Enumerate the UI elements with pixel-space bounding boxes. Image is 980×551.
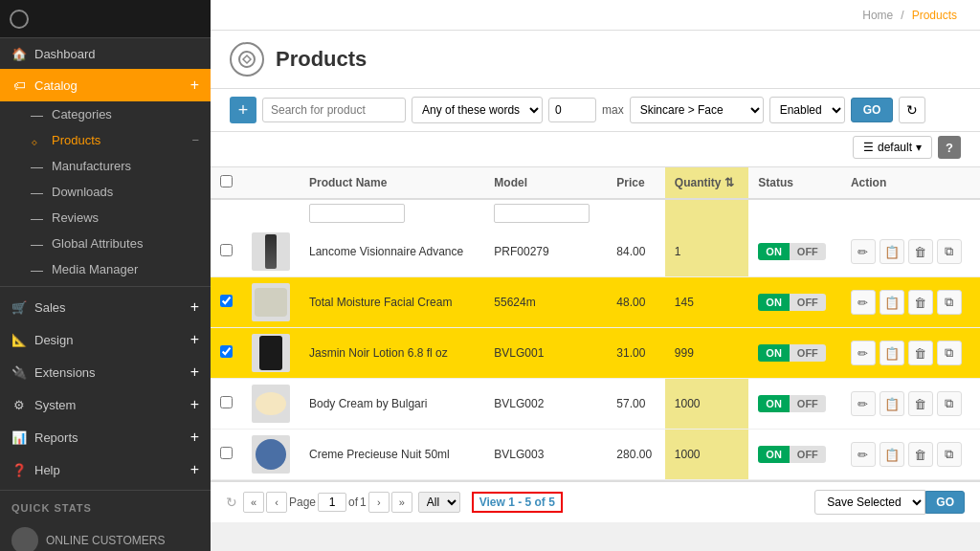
max-label: max [602,103,624,117]
status-off[interactable]: OFF [790,344,826,362]
status-off[interactable]: OFF [790,446,826,463]
sidebar-item-products[interactable]: ⬦ Products − [0,127,211,153]
go-button[interactable]: GO [851,98,894,122]
refresh-button[interactable]: ↻ [899,97,925,123]
extensions-expand-icon[interactable]: + [190,364,199,381]
status-toggle[interactable]: ON OFF [758,243,826,260]
delete-button[interactable]: 🗑 [908,391,933,416]
sidebar-item-reviews[interactable]: — Reviews [0,205,211,231]
status-off[interactable]: OFF [790,395,826,412]
products-collapse-icon[interactable]: − [191,133,199,147]
words-filter-select[interactable]: Any of these words [412,97,543,123]
sidebar-item-label: Sales [34,300,190,315]
status-on[interactable]: ON [758,243,790,260]
filter-model-input[interactable] [494,204,590,223]
status-on[interactable]: ON [758,344,790,362]
breadcrumb-home[interactable]: Home [862,9,893,22]
row-checkbox[interactable] [220,244,233,256]
status-toggle[interactable]: ON OFF [758,344,826,362]
first-page-button[interactable]: « [243,492,264,513]
more-button[interactable]: ⧉ [937,442,962,467]
status-select[interactable]: Enabled [769,97,845,123]
sidebar-item-dashboard[interactable]: 🏠 Dashboard [0,38,211,69]
save-go-button[interactable]: GO [925,491,965,514]
dashboard-icon: 🏠 [11,46,27,61]
copy-button[interactable]: 📋 [880,341,904,365]
add-product-button[interactable]: + [230,97,256,123]
page-number-input[interactable] [318,493,346,512]
reports-expand-icon[interactable]: + [190,429,199,446]
last-page-button[interactable]: » [391,492,412,513]
system-expand-icon[interactable]: + [190,396,199,413]
edit-button[interactable]: ✏ [851,239,876,264]
delete-button[interactable]: 🗑 [908,442,933,467]
status-off[interactable]: OFF [790,294,826,311]
page-navigation: « ‹ Page of 1 › » [243,492,412,513]
more-button[interactable]: ⧉ [937,341,962,365]
status-off[interactable]: OFF [790,243,826,260]
select-all-checkbox[interactable] [220,175,233,187]
more-button[interactable]: ⧉ [937,239,962,264]
sidebar-item-system[interactable]: ⚙ System + [0,388,211,421]
prev-page-button[interactable]: ‹ [266,492,287,513]
search-input[interactable] [262,98,406,122]
sidebar-item-help[interactable]: ❓ Help + [0,453,211,486]
edit-button[interactable]: ✏ [851,341,876,365]
more-button[interactable]: ⧉ [937,290,962,315]
sidebar-item-downloads[interactable]: — Downloads [0,179,211,205]
row-checkbox[interactable] [220,345,233,358]
edit-button[interactable]: ✏ [851,391,876,416]
sidebar-item-manufacturers[interactable]: — Manufacturers [0,153,211,179]
design-expand-icon[interactable]: + [190,331,199,348]
row-status-cell: ON OFF [748,277,841,328]
sort-icon[interactable]: ⇅ [724,176,734,189]
sidebar-item-extensions[interactable]: 🔌 Extensions + [0,356,211,388]
sidebar-item-global-attributes[interactable]: — Global Attributes [0,231,211,256]
sidebar-item-label: Dashboard [34,47,199,61]
sidebar-item-categories[interactable]: — Categories [0,101,211,127]
delete-button[interactable]: 🗑 [908,341,933,365]
of-label: of [348,496,358,509]
catalog-expand-icon[interactable]: + [190,77,199,94]
products-table: Product Name Model Price Quantity ⇅ [211,167,980,480]
sidebar-item-catalog[interactable]: 🏷 Catalog + [0,69,211,101]
status-toggle[interactable]: ON OFF [758,395,826,412]
more-button[interactable]: ⧉ [937,391,962,416]
edit-button[interactable]: ✏ [851,290,876,315]
per-page-select[interactable]: All [418,492,460,513]
status-on[interactable]: ON [758,395,790,412]
row-checkbox[interactable] [220,295,233,307]
copy-button[interactable]: 📋 [880,239,904,264]
status-toggle[interactable]: ON OFF [758,294,826,311]
filter-name-input[interactable] [309,204,405,223]
next-page-button[interactable]: › [368,492,390,513]
delete-button[interactable]: 🗑 [908,239,933,264]
row-checkbox[interactable] [220,447,233,459]
sidebar-item-reports[interactable]: 📊 Reports + [0,421,211,453]
copy-button[interactable]: 📋 [880,290,904,315]
sidebar-item-sales[interactable]: 🛒 Sales + [0,291,211,323]
sidebar-item-design[interactable]: 📐 Design + [0,323,211,356]
edit-button[interactable]: ✏ [851,442,876,467]
row-checkbox[interactable] [220,396,233,408]
status-on[interactable]: ON [758,446,790,463]
refresh-page-icon[interactable]: ↻ [226,495,237,510]
sidebar-item-media-manager[interactable]: — Media Manager [0,256,211,282]
reports-icon: 📊 [11,430,27,445]
svg-point-0 [239,52,255,67]
page-label: Page [289,496,316,509]
default-view-button[interactable]: ☰ default ▾ [853,136,932,159]
delete-button[interactable]: 🗑 [908,290,933,315]
category-select[interactable]: Skincare > Face [630,97,764,123]
save-selected-select[interactable]: Save Selected [814,490,925,515]
row-qty-cell: 1000 [665,379,748,430]
help-button[interactable]: ? [938,136,961,159]
status-toggle[interactable]: ON OFF [758,446,826,463]
copy-button[interactable]: 📋 [880,391,904,416]
copy-button[interactable]: 📋 [880,442,904,467]
min-price-input[interactable] [548,98,596,122]
status-on[interactable]: ON [758,294,790,311]
sales-expand-icon[interactable]: + [190,298,199,316]
help-expand-icon[interactable]: + [190,461,199,478]
row-name-cell: Body Cream by Bulgari [300,379,484,430]
